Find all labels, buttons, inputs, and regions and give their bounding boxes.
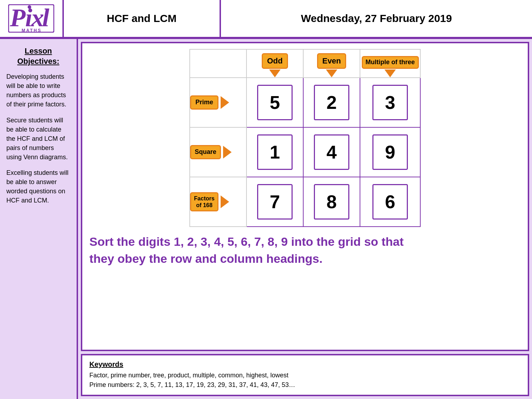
col-header-multiple: Multiple of three	[362, 56, 419, 69]
objective-1: Developing students will be able to writ…	[6, 72, 70, 109]
row-label-factors: Factorsof 168	[190, 192, 218, 211]
keywords-line1: Factor, prime number, tree, product, mul…	[89, 371, 521, 380]
main-content: Lesson Objectives: Developing students w…	[0, 39, 532, 399]
logo-container: P i x l MATHS	[0, 0, 64, 37]
arrow-right-prime	[221, 96, 229, 109]
objective-2: Secure students will be able to calculat…	[6, 116, 70, 162]
keywords-line2: Prime numbers: 2, 3, 5, 7, 11, 13, 17, 1…	[89, 380, 521, 390]
cell-prime-even: 2	[314, 85, 349, 120]
row-label-prime: Prime	[190, 95, 218, 110]
factors-label-container: Factorsof 168	[190, 192, 246, 211]
arrow-down-multiple	[384, 70, 396, 77]
col-header-even: Even	[317, 53, 347, 69]
row-label-square: Square	[190, 145, 221, 159]
row-prime: Prime 5 2 3	[190, 78, 420, 127]
title-text: HCF and LCM	[107, 12, 177, 24]
keywords-title: Keywords	[89, 360, 521, 368]
sidebar: Lesson Objectives: Developing students w…	[0, 39, 78, 399]
cell-prime-odd: 5	[257, 85, 293, 120]
upper-content: Odd Even Multiple of t	[81, 42, 529, 351]
cell-square-even: 4	[314, 134, 349, 170]
lesson-title: HCF and LCM	[64, 0, 221, 37]
header-row: Odd Even Multiple of t	[190, 49, 420, 78]
arrow-down-even	[326, 70, 337, 77]
header: P i x l MATHS HCF and LCM Wednesday, 27 …	[0, 0, 532, 39]
lesson-date: Wednesday, 27 February 2019	[221, 0, 532, 37]
prime-label-container: Prime	[190, 95, 246, 110]
svg-point-4	[28, 5, 31, 9]
pixl-logo: P i x l MATHS	[8, 4, 54, 33]
cell-factors-even: 8	[314, 184, 349, 220]
objectives-title: Lesson Objectives:	[6, 46, 70, 66]
row-square: Square 1 4 9	[190, 127, 420, 177]
cell-square-odd: 1	[257, 134, 293, 170]
row-factors: Factorsof 168 7 8 6	[190, 177, 420, 227]
col-header-odd: Odd	[262, 53, 288, 69]
objective-3: Excelling students will be able to answe…	[6, 168, 70, 205]
square-label-container: Square	[190, 145, 246, 159]
arrow-down-odd	[269, 70, 281, 77]
right-panel: Odd Even Multiple of t	[78, 39, 532, 399]
arrow-right-factors	[221, 195, 229, 208]
svg-text:l: l	[42, 4, 49, 32]
keywords-section: Keywords Factor, prime number, tree, pro…	[81, 354, 529, 396]
cell-prime-multiple: 3	[372, 85, 408, 120]
sort-grid: Odd Even Multiple of t	[189, 49, 421, 227]
cell-square-multiple: 9	[372, 134, 408, 170]
date-text: Wednesday, 27 February 2019	[301, 12, 452, 24]
cell-factors-odd: 7	[257, 184, 293, 220]
arrow-right-square	[223, 146, 232, 159]
sort-instruction: Sort the digits 1, 2, 3, 4, 5, 6, 7, 8, …	[89, 233, 426, 267]
cell-factors-multiple: 6	[372, 184, 408, 220]
